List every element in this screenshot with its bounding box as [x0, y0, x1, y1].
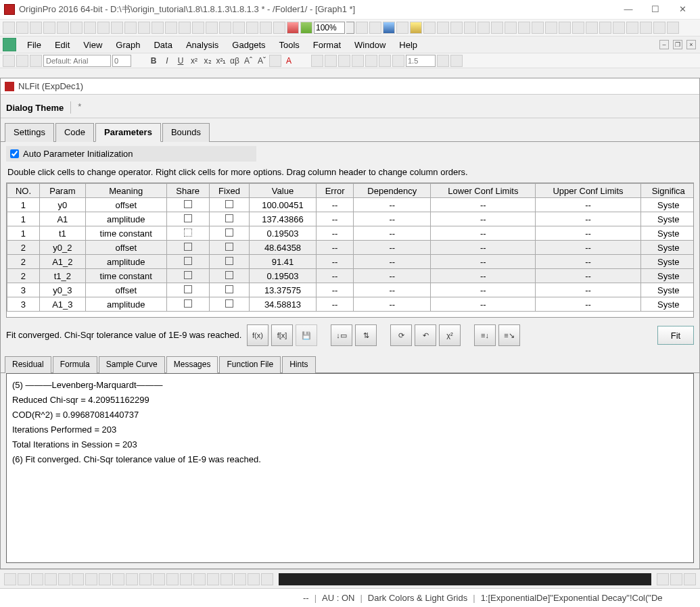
plot-tool-button[interactable] [126, 573, 138, 585]
toolbar-button[interactable] [670, 573, 682, 585]
toolbar-button[interactable] [192, 22, 204, 34]
toolbar-button[interactable] [16, 22, 28, 34]
plot-tool-button[interactable] [85, 573, 97, 585]
table-row[interactable]: 3y0_3offset13.37575--------Syste [7, 283, 695, 297]
toolbar-button[interactable] [246, 22, 258, 34]
plot-tool-button[interactable] [112, 573, 124, 585]
toolbar-button[interactable] [138, 22, 150, 34]
italic-button[interactable]: I [161, 55, 173, 67]
column-header[interactable]: Share [166, 184, 209, 198]
toolbar-button[interactable] [70, 22, 83, 34]
toolbar-button[interactable] [3, 22, 15, 34]
toolbar-button[interactable] [43, 22, 55, 34]
msgtab-sample-curve[interactable]: Sample Curve [99, 356, 165, 373]
plot-tool-button[interactable] [58, 573, 70, 585]
toolbar-button[interactable] [450, 22, 463, 34]
toolbar-button[interactable] [57, 22, 69, 34]
plot-tool-button[interactable] [18, 573, 30, 585]
line-tool[interactable] [437, 55, 449, 67]
toolbar-button[interactable] [273, 22, 285, 34]
toolbar-button[interactable] [572, 22, 584, 34]
line-tool[interactable] [311, 55, 323, 67]
action-button-5[interactable]: ⟳ [390, 324, 412, 346]
toolbar-button[interactable] [423, 22, 436, 34]
plot-tool-button[interactable] [45, 573, 57, 585]
format-btn[interactable] [3, 55, 15, 67]
plot-tool-button[interactable] [234, 573, 246, 585]
maximize-button[interactable]: ☐ [642, 1, 669, 18]
increase-font-button[interactable]: Aˆ [242, 55, 254, 67]
share-checkbox[interactable] [184, 214, 192, 222]
table-row[interactable]: 2t1_2time constant0.19503--------Syste [7, 269, 695, 283]
toolbar-button[interactable] [356, 22, 368, 34]
msgtab-messages[interactable]: Messages [166, 356, 218, 373]
format-btn[interactable] [269, 55, 281, 67]
toolbar-button[interactable] [586, 22, 598, 34]
share-checkbox[interactable] [184, 257, 192, 265]
plot-tool-button[interactable] [4, 573, 16, 585]
plot-tool-button[interactable] [31, 573, 43, 585]
column-header[interactable]: Significa [640, 184, 694, 198]
fit-button[interactable]: Fit [657, 326, 694, 345]
tab-bounds[interactable]: Bounds [162, 123, 210, 142]
menu-help[interactable]: Help [392, 38, 424, 52]
auto-init-checkbox[interactable]: Auto Parameter Initialization [6, 146, 256, 162]
fixed-checkbox[interactable] [225, 228, 233, 237]
column-header[interactable]: Value [250, 184, 317, 198]
plot-tool-button[interactable] [153, 573, 165, 585]
menu-view[interactable]: View [76, 38, 109, 52]
column-header[interactable]: Dependency [354, 184, 431, 198]
toolbar-button[interactable] [97, 22, 110, 34]
format-btn[interactable] [16, 55, 28, 67]
share-checkbox[interactable] [184, 271, 192, 279]
share-checkbox[interactable] [184, 243, 192, 251]
toolbar-button[interactable] [613, 22, 625, 34]
toolbar-button[interactable] [233, 22, 245, 34]
plot-tool-button[interactable] [180, 573, 192, 585]
toolbar-button[interactable] [559, 22, 571, 34]
action-button-8[interactable]: ≡↓ [474, 324, 496, 346]
toolbar-button[interactable] [657, 573, 669, 585]
share-checkbox[interactable] [184, 299, 192, 308]
line-tool[interactable] [338, 55, 350, 67]
toolbar-button[interactable] [532, 22, 544, 34]
menu-window[interactable]: Window [348, 38, 392, 52]
font-color-button[interactable]: A [283, 55, 295, 67]
toolbar-button[interactable] [626, 22, 638, 34]
plot-tool-button[interactable] [207, 573, 219, 585]
plot-tool-button[interactable] [261, 573, 273, 585]
decrease-font-button[interactable]: Aˇ [256, 55, 268, 67]
line-tool[interactable] [450, 55, 463, 67]
supersub-button[interactable]: x²₁ [215, 55, 227, 67]
action-button-3[interactable]: ↓▭ [331, 324, 352, 346]
toolbar-button[interactable] [124, 22, 137, 34]
minimize-button[interactable]: — [615, 1, 642, 18]
bold-button[interactable]: B [147, 55, 160, 67]
column-header[interactable]: Fixed [209, 184, 249, 198]
plot-tool-button[interactable] [166, 573, 179, 585]
toolbar-button[interactable] [505, 22, 517, 34]
underline-button[interactable]: U [174, 55, 187, 67]
column-header[interactable]: Meaning [85, 184, 166, 198]
toolbar-button[interactable] [260, 22, 272, 34]
table-row[interactable]: 2A1_2amplitude91.41--------Syste [7, 255, 695, 269]
close-button[interactable]: ✕ [669, 1, 696, 18]
toolbar-button[interactable] [219, 22, 231, 34]
toolbar-button[interactable] [410, 22, 422, 34]
toolbar-button[interactable] [545, 22, 557, 34]
line-tool[interactable] [325, 55, 337, 67]
fixed-checkbox[interactable] [225, 257, 233, 265]
column-header[interactable]: Upper Conf Limits [536, 184, 640, 198]
fixed-checkbox[interactable] [225, 299, 233, 308]
fixed-checkbox[interactable] [225, 285, 233, 293]
subscript-button[interactable]: x₂ [202, 55, 214, 67]
action-button-1[interactable]: f[x] [271, 324, 293, 346]
menu-format[interactable]: Format [306, 38, 348, 52]
line-weight[interactable]: 1.5 [406, 55, 436, 67]
mdi-minimize-icon[interactable]: – [659, 40, 669, 49]
share-checkbox[interactable] [184, 228, 192, 237]
column-header[interactable]: NO. [7, 184, 40, 198]
plot-tool-button[interactable] [139, 573, 151, 585]
tab-code[interactable]: Code [55, 123, 94, 142]
column-header[interactable]: Param [39, 184, 85, 198]
